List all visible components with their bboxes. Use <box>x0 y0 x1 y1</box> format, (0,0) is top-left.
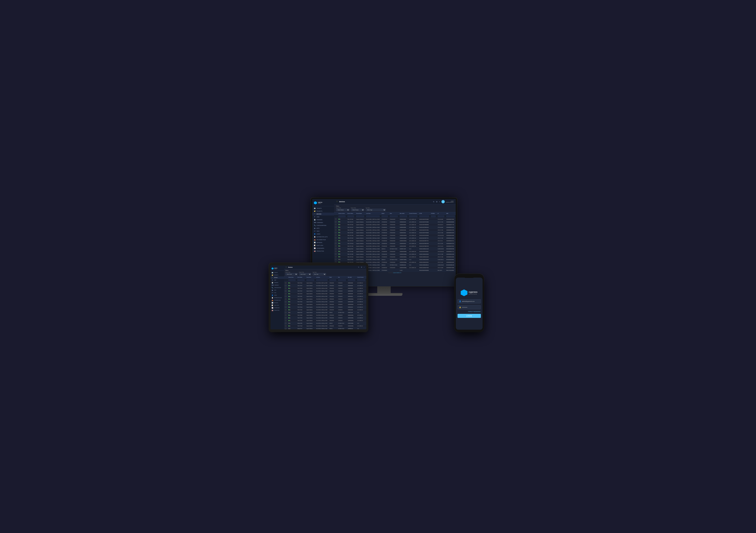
sidebar-item-audit-logs[interactable]: 📝 AUDIT LOGS <box>271 304 284 306</box>
col-filter-3[interactable] <box>306 279 315 282</box>
row-checkbox[interactable] <box>335 221 337 223</box>
refresh-button[interactable]: ↻ <box>433 200 435 203</box>
col-filter-1[interactable] <box>338 215 346 218</box>
sidebar-item-apps[interactable]: ▦ APPS <box>312 227 334 230</box>
row-checkbox[interactable] <box>285 328 286 329</box>
row-checkbox[interactable] <box>335 248 337 249</box>
row-checkbox[interactable] <box>335 232 337 233</box>
sidebar-item-production[interactable]: 🏭 PRODUCTION <box>312 250 334 253</box>
row-checkbox[interactable] <box>335 251 337 252</box>
tablet-refresh[interactable]: ↻ <box>358 266 360 268</box>
sidebar-item-metadata[interactable]: 📊 METADATA <box>271 302 284 304</box>
col-filter-7[interactable] <box>347 279 356 282</box>
tenant-filter-select[interactable]: Select Tenant <box>336 209 350 211</box>
sidebar-item-dashboards[interactable]: 📈 DASHBOARDS <box>312 247 334 250</box>
phone-forgot-link[interactable]: FORGOT PASSWORD? <box>458 311 481 312</box>
row-checkbox[interactable] <box>335 229 337 230</box>
row-checkbox[interactable] <box>335 261 337 263</box>
col-filter-2[interactable] <box>296 279 305 282</box>
sidebar-item-jobs[interactable]: ⚙ JOBS <box>271 279 284 281</box>
col-filter-5[interactable] <box>381 215 389 218</box>
row-checkbox[interactable] <box>285 293 286 294</box>
sidebar-item-uploaded-files[interactable]: 📤 UPLOADED FILES <box>312 238 334 241</box>
col-filter-9[interactable] <box>418 215 430 218</box>
sidebar-item-tags[interactable]: 🏷 TAGS <box>271 292 284 294</box>
sidebar-item-commands[interactable]: ⌨ COMMANDS <box>312 221 334 224</box>
project-filter-select[interactable]: Select Project <box>351 209 364 211</box>
row-checkbox[interactable] <box>335 240 337 241</box>
col-filter-7[interactable] <box>399 215 408 218</box>
sidebar-item-uploaded-files[interactable]: 📤 UPLOADED FILES <box>271 299 284 302</box>
col-filter-0[interactable] <box>334 215 338 218</box>
row-checkbox[interactable] <box>285 304 286 305</box>
sidebar-item-projects[interactable]: 📁 PROJECTS <box>312 210 334 213</box>
sidebar-item-firmware[interactable]: 💾 FIRMWARE <box>271 281 284 284</box>
poweredby-link[interactable]: Cypress Solutions 3.0 <box>393 272 401 273</box>
row-checkbox[interactable] <box>285 314 286 316</box>
row-checkbox[interactable] <box>335 256 337 257</box>
tag-filter-select[interactable]: Select Tags <box>366 209 386 211</box>
row-checkbox[interactable] <box>335 245 337 247</box>
sidebar-item-tags[interactable]: 🏷 TAGS <box>312 230 334 232</box>
row-checkbox[interactable] <box>285 325 286 327</box>
col-filter-4[interactable] <box>315 279 329 282</box>
row-checkbox[interactable] <box>285 306 286 308</box>
sidebar-item-production[interactable]: 🏭 PRODUCTION <box>271 309 284 312</box>
col-filter-11[interactable] <box>437 215 446 218</box>
col-filter-6[interactable] <box>389 215 399 218</box>
row-checkbox[interactable] <box>285 290 286 292</box>
row-checkbox[interactable] <box>335 253 337 255</box>
sidebar-item-firmware[interactable]: 💾 FIRMWARE <box>312 218 334 221</box>
col-filter-10[interactable] <box>430 215 437 218</box>
tablet-project-select[interactable]: Select Project <box>299 273 311 276</box>
phone-login-button[interactable]: LOGIN <box>458 314 481 318</box>
col-filter-1[interactable] <box>287 279 297 282</box>
sidebar-item-jobs[interactable]: ⚙ JOBS <box>312 215 334 218</box>
phone-username-field[interactable]: 👤 admin@cypress.bc.ca <box>458 299 481 304</box>
sidebar-item-users[interactable]: 👤 USERS <box>271 294 284 297</box>
tablet-add[interactable]: + <box>364 266 365 268</box>
row-checkbox[interactable] <box>285 288 286 289</box>
col-filter-6[interactable] <box>337 279 347 282</box>
user-avatar[interactable]: U <box>442 200 445 203</box>
col-filter-2[interactable] <box>346 215 355 218</box>
settings-button[interactable]: ⚙ <box>436 200 438 203</box>
row-checkbox[interactable] <box>285 296 286 297</box>
row-checkbox[interactable] <box>285 298 286 300</box>
col-filter-0[interactable] <box>284 279 287 282</box>
sidebar-item-tenants[interactable]: 🏢 TENANTS <box>312 207 334 210</box>
row-checkbox[interactable] <box>285 320 286 321</box>
sidebar-item-devices[interactable]: 📱 DEVICES <box>271 277 284 279</box>
tablet-tenant-select[interactable]: Select Tenant <box>285 273 298 276</box>
row-checkbox[interactable] <box>335 219 337 220</box>
row-checkbox[interactable] <box>285 323 286 324</box>
sidebar-item-tenants[interactable]: 🏢 TENANTS <box>271 271 284 274</box>
tablet-settings[interactable]: ⚙ <box>361 266 363 268</box>
sidebar-item-users[interactable]: 👤 USERS <box>312 232 334 235</box>
col-filter-3[interactable] <box>355 215 365 218</box>
col-filter-12[interactable] <box>445 215 455 218</box>
row-checkbox[interactable] <box>335 259 337 260</box>
row-checkbox[interactable] <box>335 235 337 236</box>
sidebar-item-commands[interactable]: ⌨ COMMANDS <box>271 284 284 286</box>
row-checkbox[interactable] <box>285 282 286 284</box>
row-checkbox[interactable] <box>285 317 286 319</box>
row-checkbox[interactable] <box>285 285 286 286</box>
row-checkbox[interactable] <box>335 224 337 225</box>
row-checkbox[interactable] <box>335 227 337 228</box>
phone-password-field[interactable]: 🔒 •••••••••••• <box>458 305 481 309</box>
row-checkbox[interactable] <box>285 309 286 310</box>
sidebar-item-dashboards[interactable]: 📈 DASHBOARDS <box>271 306 284 309</box>
sidebar-item-configurations[interactable]: 🔧 CONFIGURATIONS <box>271 286 284 289</box>
sidebar-item-distribution-lists[interactable]: 📋 DISTRIBUTION LISTS <box>271 297 284 299</box>
col-filter-8[interactable] <box>356 279 366 282</box>
tablet-tag-select[interactable]: Select Tags <box>312 273 326 276</box>
row-checkbox[interactable] <box>335 237 337 239</box>
col-filter-5[interactable] <box>329 279 337 282</box>
sidebar-item-audit-logs[interactable]: 📝 AUDIT LOGS <box>312 244 334 247</box>
sidebar-item-configurations[interactable]: 🔧 CONFIGURATIONS <box>312 224 334 227</box>
sidebar-item-apps[interactable]: ▦ APPS <box>271 289 284 292</box>
col-filter-4[interactable] <box>365 215 381 218</box>
row-checkbox[interactable] <box>285 301 286 303</box>
row-checkbox[interactable] <box>285 312 286 313</box>
